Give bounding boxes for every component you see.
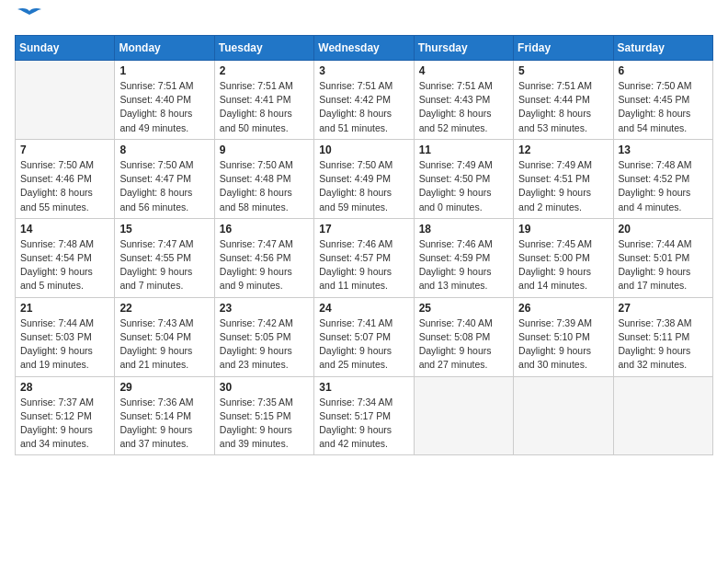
calendar-cell: 26Sunrise: 7:39 AMSunset: 5:10 PMDayligh…: [514, 297, 613, 376]
day-info: Sunrise: 7:48 AMSunset: 4:54 PMDaylight:…: [20, 237, 109, 293]
calendar-cell: 11Sunrise: 7:49 AMSunset: 4:50 PMDayligh…: [414, 139, 513, 218]
day-info: Sunrise: 7:47 AMSunset: 4:56 PMDaylight:…: [220, 237, 309, 293]
calendar-cell: 13Sunrise: 7:48 AMSunset: 4:52 PMDayligh…: [613, 139, 712, 218]
day-number: 10: [319, 144, 408, 156]
calendar-cell: [414, 376, 513, 455]
day-info: Sunrise: 7:51 AMSunset: 4:42 PMDaylight:…: [319, 79, 408, 135]
calendar-header-row: SundayMondayTuesdayWednesdayThursdayFrid…: [16, 36, 713, 61]
day-number: 2: [220, 64, 309, 77]
day-info: Sunrise: 7:37 AMSunset: 5:12 PMDaylight:…: [20, 396, 109, 452]
day-info: Sunrise: 7:48 AMSunset: 4:52 PMDaylight:…: [619, 158, 708, 214]
calendar-cell: 16Sunrise: 7:47 AMSunset: 4:56 PMDayligh…: [214, 218, 313, 297]
day-info: Sunrise: 7:49 AMSunset: 4:50 PMDaylight:…: [419, 158, 508, 214]
day-number: 6: [619, 64, 708, 77]
calendar-cell: 15Sunrise: 7:47 AMSunset: 4:55 PMDayligh…: [115, 218, 214, 297]
day-of-week-header: Tuesday: [214, 36, 313, 61]
calendar-cell: [514, 376, 613, 455]
day-info: Sunrise: 7:35 AMSunset: 5:15 PMDaylight:…: [220, 396, 309, 452]
day-number: 8: [119, 144, 209, 156]
day-info: Sunrise: 7:49 AMSunset: 4:51 PMDaylight:…: [518, 158, 608, 214]
calendar-cell: 29Sunrise: 7:36 AMSunset: 5:14 PMDayligh…: [115, 376, 214, 455]
calendar-cell: 7Sunrise: 7:50 AMSunset: 4:46 PMDaylight…: [16, 139, 115, 218]
day-number: 19: [518, 223, 608, 236]
day-number: 5: [518, 64, 608, 77]
day-of-week-header: Saturday: [613, 36, 712, 61]
calendar-cell: 22Sunrise: 7:43 AMSunset: 5:04 PMDayligh…: [115, 297, 214, 376]
calendar-cell: 18Sunrise: 7:46 AMSunset: 4:59 PMDayligh…: [414, 218, 513, 297]
day-info: Sunrise: 7:41 AMSunset: 5:07 PMDaylight:…: [319, 316, 408, 373]
day-number: 28: [20, 381, 109, 394]
calendar-cell: [613, 376, 712, 455]
calendar-cell: 12Sunrise: 7:49 AMSunset: 4:51 PMDayligh…: [514, 139, 613, 218]
day-info: Sunrise: 7:47 AMSunset: 4:55 PMDaylight:…: [119, 237, 209, 293]
calendar-cell: 8Sunrise: 7:50 AMSunset: 4:47 PMDaylight…: [115, 139, 214, 218]
calendar-cell: 10Sunrise: 7:50 AMSunset: 4:49 PMDayligh…: [314, 139, 414, 218]
week-row: 28Sunrise: 7:37 AMSunset: 5:12 PMDayligh…: [16, 376, 713, 455]
day-number: 15: [119, 223, 209, 236]
day-number: 3: [319, 64, 408, 77]
calendar-cell: [16, 61, 115, 140]
week-row: 7Sunrise: 7:50 AMSunset: 4:46 PMDaylight…: [16, 139, 713, 218]
day-of-week-header: Monday: [115, 36, 214, 61]
calendar-cell: 1Sunrise: 7:51 AMSunset: 4:40 PMDaylight…: [115, 61, 214, 140]
week-row: 14Sunrise: 7:48 AMSunset: 4:54 PMDayligh…: [16, 218, 713, 297]
calendar-cell: 21Sunrise: 7:44 AMSunset: 5:03 PMDayligh…: [16, 297, 115, 376]
day-info: Sunrise: 7:38 AMSunset: 5:11 PMDaylight:…: [619, 316, 708, 373]
calendar-cell: 5Sunrise: 7:51 AMSunset: 4:44 PMDaylight…: [514, 61, 613, 140]
calendar-cell: 2Sunrise: 7:51 AMSunset: 4:41 PMDaylight…: [214, 61, 313, 140]
calendar-cell: 24Sunrise: 7:41 AMSunset: 5:07 PMDayligh…: [314, 297, 414, 376]
calendar-cell: 3Sunrise: 7:51 AMSunset: 4:42 PMDaylight…: [314, 61, 414, 140]
day-info: Sunrise: 7:39 AMSunset: 5:10 PMDaylight:…: [518, 316, 608, 373]
day-number: 20: [619, 223, 708, 236]
calendar-cell: 4Sunrise: 7:51 AMSunset: 4:43 PMDaylight…: [414, 61, 513, 140]
day-number: 18: [419, 223, 508, 236]
day-number: 9: [220, 144, 309, 156]
day-info: Sunrise: 7:46 AMSunset: 4:59 PMDaylight:…: [419, 237, 508, 293]
day-info: Sunrise: 7:46 AMSunset: 4:57 PMDaylight:…: [319, 237, 408, 293]
calendar-cell: 14Sunrise: 7:48 AMSunset: 4:54 PMDayligh…: [16, 218, 115, 297]
day-info: Sunrise: 7:51 AMSunset: 4:43 PMDaylight:…: [419, 79, 508, 135]
calendar-cell: 31Sunrise: 7:34 AMSunset: 5:17 PMDayligh…: [314, 376, 414, 455]
day-info: Sunrise: 7:51 AMSunset: 4:41 PMDaylight:…: [220, 79, 309, 135]
calendar-cell: 23Sunrise: 7:42 AMSunset: 5:05 PMDayligh…: [214, 297, 313, 376]
calendar-cell: 6Sunrise: 7:50 AMSunset: 4:45 PMDaylight…: [613, 61, 712, 140]
day-of-week-header: Wednesday: [314, 36, 414, 61]
calendar-cell: 19Sunrise: 7:45 AMSunset: 5:00 PMDayligh…: [514, 218, 613, 297]
day-number: 7: [20, 144, 109, 156]
calendar-cell: 30Sunrise: 7:35 AMSunset: 5:15 PMDayligh…: [214, 376, 313, 455]
calendar-cell: 28Sunrise: 7:37 AMSunset: 5:12 PMDayligh…: [16, 376, 115, 455]
logo-bird-icon: [17, 7, 42, 28]
day-of-week-header: Sunday: [16, 36, 115, 61]
day-number: 13: [619, 144, 708, 156]
day-info: Sunrise: 7:34 AMSunset: 5:17 PMDaylight:…: [319, 396, 408, 452]
day-number: 14: [20, 223, 109, 236]
day-number: 27: [619, 302, 708, 315]
day-number: 21: [20, 302, 109, 315]
day-number: 23: [220, 302, 309, 315]
day-info: Sunrise: 7:43 AMSunset: 5:04 PMDaylight:…: [119, 316, 209, 373]
day-number: 31: [319, 381, 408, 394]
day-number: 24: [319, 302, 408, 315]
day-number: 29: [119, 381, 209, 394]
day-info: Sunrise: 7:51 AMSunset: 4:40 PMDaylight:…: [119, 79, 209, 135]
day-number: 1: [119, 64, 209, 77]
day-info: Sunrise: 7:50 AMSunset: 4:45 PMDaylight:…: [619, 79, 708, 135]
day-number: 25: [419, 302, 508, 315]
day-of-week-header: Friday: [514, 36, 613, 61]
day-of-week-header: Thursday: [414, 36, 513, 61]
calendar-cell: 9Sunrise: 7:50 AMSunset: 4:48 PMDaylight…: [214, 139, 313, 218]
day-number: 22: [119, 302, 209, 315]
day-number: 30: [220, 381, 309, 394]
day-info: Sunrise: 7:44 AMSunset: 5:01 PMDaylight:…: [619, 237, 708, 293]
calendar-cell: 17Sunrise: 7:46 AMSunset: 4:57 PMDayligh…: [314, 218, 414, 297]
day-info: Sunrise: 7:50 AMSunset: 4:47 PMDaylight:…: [119, 158, 209, 214]
day-number: 16: [220, 223, 309, 236]
day-number: 4: [419, 64, 508, 77]
day-info: Sunrise: 7:42 AMSunset: 5:05 PMDaylight:…: [220, 316, 309, 373]
day-info: Sunrise: 7:50 AMSunset: 4:49 PMDaylight:…: [319, 158, 408, 214]
calendar-cell: 27Sunrise: 7:38 AMSunset: 5:11 PMDayligh…: [613, 297, 712, 376]
day-number: 11: [419, 144, 508, 156]
day-info: Sunrise: 7:51 AMSunset: 4:44 PMDaylight:…: [518, 79, 608, 135]
calendar-table: SundayMondayTuesdayWednesdayThursdayFrid…: [15, 35, 713, 455]
logo: [15, 15, 42, 28]
